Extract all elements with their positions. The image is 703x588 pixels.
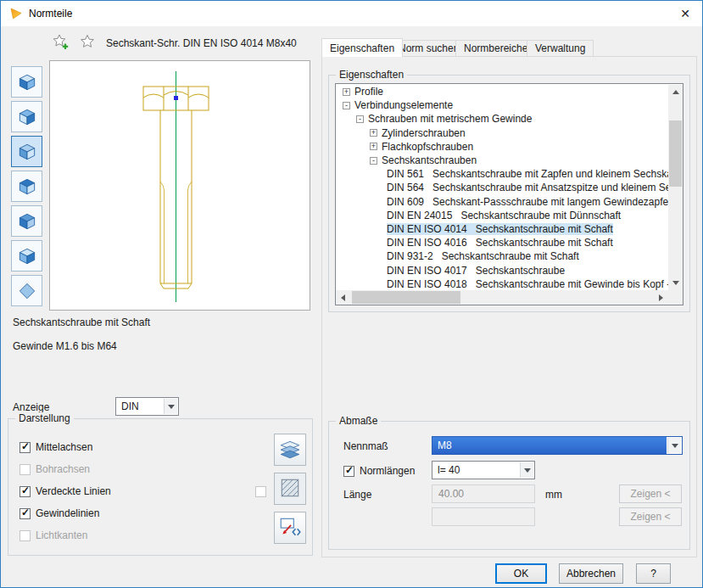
- expander-icon[interactable]: -: [370, 157, 377, 165]
- eigenschaften-group-label: Eigenschaften: [336, 69, 407, 81]
- bolt-drawing: [50, 61, 310, 310]
- help-button[interactable]: ?: [636, 563, 671, 584]
- close-icon[interactable]: ✕: [668, 1, 702, 26]
- tree-item-selected[interactable]: DIN EN ISO 4014 Sechskantschraube mit Sc…: [336, 222, 668, 236]
- gewindelinien-label: Gewindelinien: [36, 507, 99, 519]
- tab-verwaltung[interactable]: Verwaltung: [527, 40, 594, 56]
- tree-vertical-scrollbar[interactable]: [668, 85, 683, 290]
- verdeckte-linien-checkbox[interactable]: [20, 486, 31, 497]
- favorites-button[interactable]: [75, 32, 99, 53]
- darstellung-group-label: Darstellung: [15, 412, 74, 424]
- view-button-6[interactable]: [11, 240, 42, 272]
- normlaengen-checkbox[interactable]: [343, 466, 354, 477]
- chevron-down-icon[interactable]: [667, 438, 681, 453]
- thread-range: Gewinde M1.6 bis M64: [13, 340, 117, 352]
- mittelachsen-label: Mittelachsen: [36, 441, 92, 453]
- tree-item-label: Schrauben mit metrischem Gewinde: [368, 113, 532, 125]
- tree-item[interactable]: DIN EN ISO 4017 Sechskantschraube: [336, 263, 668, 277]
- tree-item-label: DIN EN ISO 4016 Sechskantschraube mit Sc…: [387, 237, 613, 249]
- verdeckte-linien-option-checkbox: [255, 486, 266, 497]
- tree-horizontal-scrollbar[interactable]: [336, 290, 668, 305]
- view-button-7[interactable]: [11, 275, 42, 306]
- scrollbar-corner: [668, 290, 683, 305]
- expander-icon[interactable]: -: [356, 115, 364, 123]
- laenge-unit: mm: [545, 489, 562, 501]
- normlaengen-row: Normlängen: [343, 464, 415, 478]
- normlaengen-label: Normlängen: [360, 465, 415, 477]
- nennmass-combo[interactable]: M8: [432, 436, 683, 455]
- scroll-up-icon[interactable]: [668, 85, 683, 99]
- current-part-label: Sechskant-Schr. DIN EN ISO 4014 M8x40: [106, 37, 297, 49]
- star-icon: [79, 33, 96, 53]
- tab-eigenschaften[interactable]: Eigenschaften: [321, 38, 403, 57]
- tree-item-label: Verbindungselemente: [354, 99, 453, 111]
- part-preview: [49, 60, 310, 311]
- verdeckte-linien-row: Verdeckte Linien: [20, 484, 111, 498]
- tree-item-label: DIN 564 Sechskantschraube mit Ansatzspit…: [387, 182, 668, 193]
- tree-content: + Profile - Verbindungselemente - Schrau…: [336, 85, 668, 290]
- tree-item[interactable]: + Flachkopfschrauben: [336, 140, 668, 154]
- tree-item[interactable]: DIN EN ISO 4016 Sechskantschraube mit Sc…: [336, 236, 668, 249]
- tree-item[interactable]: DIN 609 Sechskant-Passschraube mit lange…: [336, 195, 668, 209]
- norm-tree: + Profile - Verbindungselemente - Schrau…: [335, 83, 683, 305]
- expander-icon[interactable]: +: [343, 88, 350, 96]
- tree-item[interactable]: - Sechskantschrauben: [336, 154, 668, 167]
- expander-icon[interactable]: +: [370, 143, 377, 150]
- bohrachsen-checkbox: [20, 464, 31, 475]
- expander-icon[interactable]: +: [370, 129, 377, 137]
- chevron-down-icon[interactable]: [164, 399, 177, 414]
- horizontal-scroll-thumb[interactable]: [352, 291, 460, 304]
- tree-item[interactable]: DIN EN ISO 4018 Sechskantschraube mit Ge…: [336, 277, 668, 290]
- gewindelinien-row: Gewindelinien: [20, 507, 99, 520]
- tree-item[interactable]: DIN 931-2 Sechskantschraube mit Schaft: [336, 249, 668, 263]
- anzeige-label: Anzeige: [13, 401, 49, 413]
- tree-item[interactable]: - Schrauben mit metrischem Gewinde: [336, 112, 668, 126]
- layer-settings-button[interactable]: [274, 434, 306, 466]
- mittelachsen-checkbox[interactable]: [20, 442, 31, 453]
- tree-item[interactable]: + Profile: [336, 85, 668, 98]
- tree-item-label: DIN EN 24015 Sechskantschraube mit Dünns…: [387, 210, 621, 221]
- vertical-scroll-thumb[interactable]: [669, 120, 682, 187]
- hatch-settings-button[interactable]: [274, 473, 306, 505]
- bohrachsen-label: Bohrachsen: [36, 463, 90, 475]
- tree-item-label: DIN 561 Sechskantschraube mit Zapfen und…: [387, 168, 668, 180]
- tree-item-label: DIN 931-2 Sechskantschraube mit Schaft: [387, 250, 579, 262]
- chevron-down-icon[interactable]: [520, 462, 533, 478]
- nennmass-value: M8: [432, 437, 667, 454]
- ok-button[interactable]: OK: [495, 563, 547, 584]
- view-button-1[interactable]: [11, 66, 42, 98]
- tree-item-label: DIN EN ISO 4018 Sechskantschraube mit Ge…: [387, 278, 668, 290]
- scroll-left-icon[interactable]: [336, 290, 350, 305]
- view-button-3[interactable]: [11, 136, 42, 167]
- tree-item[interactable]: DIN 561 Sechskantschraube mit Zapfen und…: [336, 167, 668, 181]
- tree-item-label: Zylinderschrauben: [382, 127, 466, 139]
- view-button-2[interactable]: [11, 101, 42, 132]
- view-button-4[interactable]: [11, 171, 42, 202]
- nennmass-label: Nennmaß: [343, 440, 388, 452]
- part-description: Sechskantschraube mit Schaft: [13, 316, 150, 328]
- star-plus-icon: [52, 33, 69, 53]
- add-favorite-button[interactable]: [48, 32, 72, 53]
- tree-item[interactable]: + Zylinderschrauben: [336, 126, 668, 140]
- tree-item[interactable]: DIN EN 24015 Sechskantschraube mit Dünns…: [336, 209, 668, 222]
- anzeige-combo[interactable]: DIN: [115, 397, 179, 416]
- extra-field: [432, 507, 535, 526]
- scroll-right-icon[interactable]: [654, 290, 668, 305]
- lichtkanten-checkbox: [20, 530, 31, 541]
- normlaengen-combo[interactable]: l= 40: [432, 461, 535, 479]
- tab-normbereiche[interactable]: Normbereiche: [455, 40, 536, 56]
- tree-item[interactable]: DIN 564 Sechskantschraube mit Ansatzspit…: [336, 181, 668, 194]
- detail-settings-button[interactable]: [274, 512, 306, 544]
- zeigen-button-1: Zeigen <: [619, 484, 682, 503]
- cancel-button[interactable]: Abbrechen: [559, 563, 623, 584]
- verdeckte-linien-label: Verdeckte Linien: [36, 485, 111, 497]
- expander-icon[interactable]: -: [343, 102, 350, 109]
- lichtkanten-label: Lichtkanten: [36, 529, 87, 541]
- view-button-5[interactable]: [11, 205, 42, 237]
- scroll-down-icon[interactable]: [668, 276, 683, 290]
- tree-item-label: DIN 609 Sechskant-Passschraube mit lange…: [387, 196, 668, 208]
- tree-item[interactable]: - Verbindungselemente: [336, 98, 668, 112]
- hatch-icon: [278, 476, 302, 502]
- gewindelinien-checkbox[interactable]: [20, 508, 31, 519]
- window-title: Normteile: [29, 8, 72, 20]
